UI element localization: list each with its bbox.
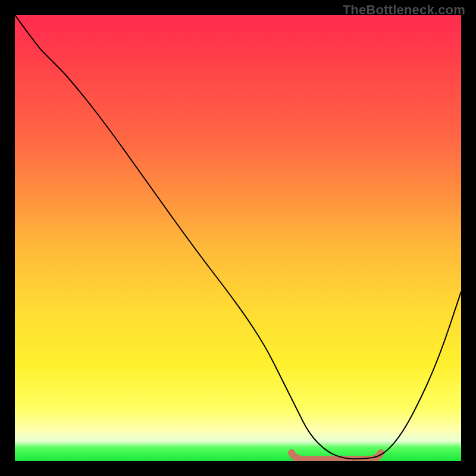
bottleneck-curve (15, 15, 461, 459)
plot-area (15, 15, 461, 461)
chart-svg (15, 15, 461, 461)
watermark-text: TheBottleneck.com (343, 2, 465, 18)
chart-frame: TheBottleneck.com (0, 0, 476, 476)
